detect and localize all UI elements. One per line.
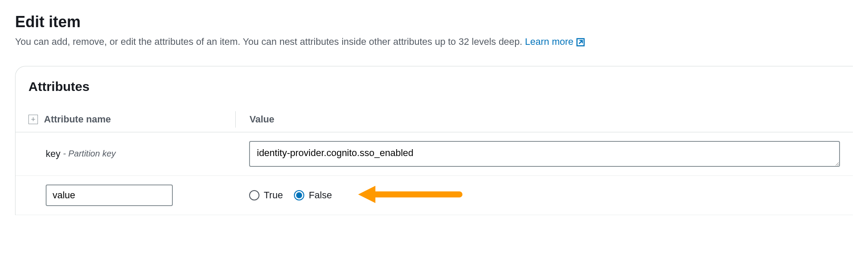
external-link-icon bbox=[576, 35, 585, 49]
attribute-name-key: key bbox=[46, 148, 60, 160]
column-value-label: Value bbox=[250, 114, 274, 125]
radio-circle-icon bbox=[294, 190, 304, 200]
column-header-name: + Attribute name bbox=[28, 114, 235, 125]
column-header-value: Value bbox=[235, 111, 840, 128]
boolean-radio-group: True False bbox=[249, 190, 332, 201]
page-subtitle: You can add, remove, or edit the attribu… bbox=[15, 35, 853, 49]
plus-icon: + bbox=[31, 116, 36, 123]
radio-true[interactable]: True bbox=[249, 190, 283, 201]
panel-title: Attributes bbox=[16, 79, 853, 107]
key-value-input[interactable] bbox=[249, 141, 840, 167]
column-name-label: Attribute name bbox=[44, 114, 111, 125]
table-row: True False bbox=[16, 176, 853, 215]
table-row: key - Partition key bbox=[16, 132, 853, 176]
radio-false-label: False bbox=[309, 190, 332, 201]
attribute-value-cell bbox=[235, 141, 840, 167]
learn-more-link[interactable]: Learn more bbox=[525, 35, 585, 49]
attribute-name-input[interactable] bbox=[46, 185, 173, 206]
radio-circle-icon bbox=[249, 190, 259, 200]
attribute-hint-partition-key: - Partition key bbox=[63, 149, 116, 159]
learn-more-label: Learn more bbox=[525, 35, 574, 49]
radio-true-label: True bbox=[264, 190, 283, 201]
page-title: Edit item bbox=[15, 13, 853, 31]
attributes-panel: Attributes + Attribute name Value key - … bbox=[15, 66, 853, 215]
radio-false[interactable]: False bbox=[294, 190, 332, 201]
attribute-name-cell: key - Partition key bbox=[28, 148, 235, 160]
expand-all-button[interactable]: + bbox=[28, 115, 38, 124]
page-subtitle-text: You can add, remove, or edit the attribu… bbox=[15, 36, 522, 47]
attribute-value-cell: True False bbox=[235, 190, 840, 201]
attribute-name-cell bbox=[28, 185, 235, 206]
attributes-table: + Attribute name Value key - Partition k… bbox=[16, 107, 853, 215]
table-header: + Attribute name Value bbox=[16, 107, 853, 132]
svg-marker-3 bbox=[358, 186, 375, 203]
arrow-annotation bbox=[356, 181, 464, 209]
